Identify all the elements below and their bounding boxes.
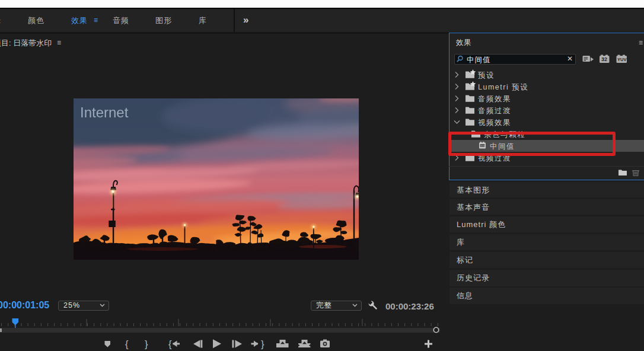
svg-text:音频过渡: 音频过渡: [478, 107, 511, 115]
svg-text:{: {: [125, 339, 129, 349]
svg-text:YUV: YUV: [617, 57, 626, 62]
svg-text:音频效果: 音频效果: [478, 95, 511, 103]
svg-text:视频效果: 视频效果: [478, 119, 511, 127]
svg-text:预设: 预设: [477, 71, 495, 79]
svg-text:}: }: [145, 339, 148, 349]
svg-text:{: {: [168, 339, 172, 349]
svg-text:Internet: Internet: [80, 104, 129, 120]
svg-text:Lumetri 预设: Lumetri 预设: [478, 83, 528, 91]
svg-text:32: 32: [601, 56, 607, 62]
svg-text:}: }: [261, 339, 264, 349]
